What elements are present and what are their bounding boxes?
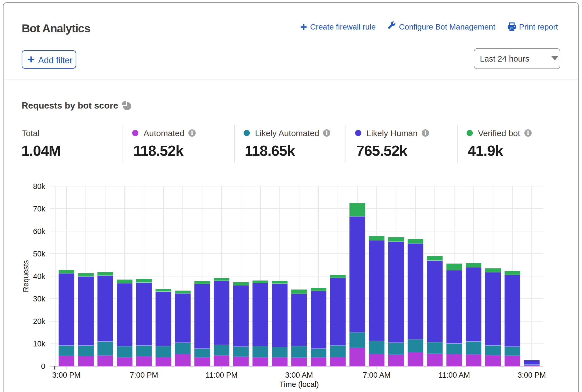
svg-text:80k: 80k <box>33 182 45 191</box>
svg-text:11:00 PM: 11:00 PM <box>206 371 238 379</box>
svg-text:7:00 AM: 7:00 AM <box>363 371 391 379</box>
svg-text:20k: 20k <box>33 317 45 326</box>
svg-text:Time (local): Time (local) <box>279 380 319 389</box>
svg-text:Automated: Automated <box>144 129 184 138</box>
svg-text:10k: 10k <box>33 340 45 348</box>
svg-text:Total: Total <box>22 129 39 138</box>
svg-text:1.04M: 1.04M <box>21 143 61 159</box>
svg-text:40k: 40k <box>33 272 45 281</box>
svg-text:70k: 70k <box>33 205 45 213</box>
svg-text:Create firewall rule: Create firewall rule <box>310 22 376 31</box>
svg-text:7:00 PM: 7:00 PM <box>130 371 158 379</box>
svg-text:60k: 60k <box>33 227 45 236</box>
svg-text:Configure Bot Management: Configure Bot Management <box>399 22 495 31</box>
svg-text:3:00 PM: 3:00 PM <box>518 371 546 379</box>
svg-text:3:00 AM: 3:00 AM <box>285 371 313 379</box>
svg-text:Likely Automated: Likely Automated <box>255 129 319 138</box>
svg-text:30k: 30k <box>33 295 45 303</box>
svg-text:Last 24 hours: Last 24 hours <box>480 54 529 63</box>
svg-text:Requests by bot score: Requests by bot score <box>22 100 118 111</box>
svg-text:Add filter: Add filter <box>38 55 73 65</box>
svg-text:118.52k: 118.52k <box>133 143 184 159</box>
svg-text:50k: 50k <box>33 250 45 258</box>
svg-text:765.52k: 765.52k <box>356 143 407 159</box>
svg-text:Verified bot: Verified bot <box>478 129 520 138</box>
svg-text:3:00 PM: 3:00 PM <box>52 371 81 379</box>
svg-text:0: 0 <box>41 362 45 371</box>
svg-text:118.65k: 118.65k <box>245 143 295 159</box>
svg-text:Likely Human: Likely Human <box>367 129 418 138</box>
svg-text:11:00 AM: 11:00 AM <box>438 371 470 379</box>
svg-text:41.9k: 41.9k <box>468 143 503 159</box>
svg-text:Print report: Print report <box>519 22 558 31</box>
svg-text:Requests: Requests <box>22 260 30 292</box>
svg-text:Bot Analytics: Bot Analytics <box>22 22 90 35</box>
